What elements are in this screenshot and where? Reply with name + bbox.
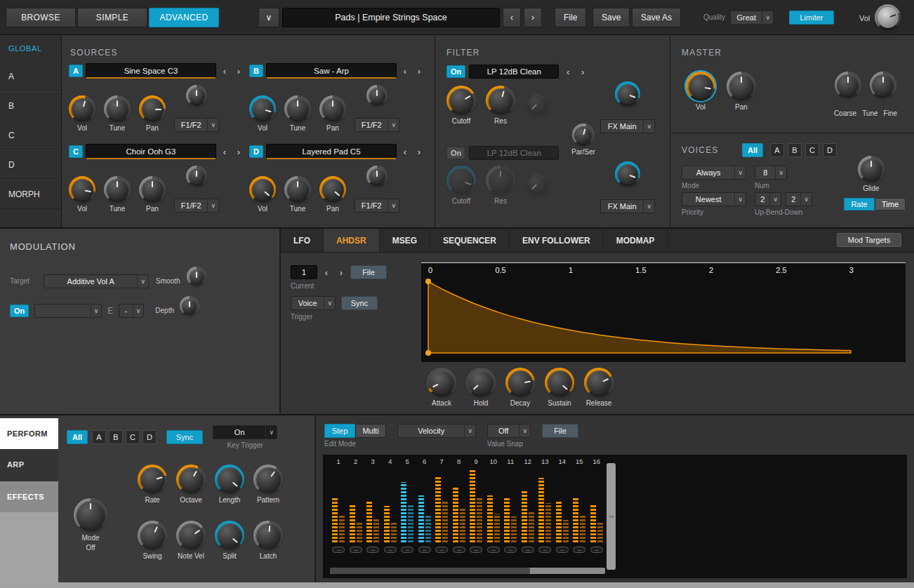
octave-knob[interactable]: Octave — [176, 465, 206, 504]
filter2-extra-knob[interactable] — [525, 172, 549, 205]
step-value-bar[interactable] — [487, 495, 493, 542]
parser-knob[interactable]: Par/Ser — [571, 123, 595, 156]
source-filter-routing-select[interactable]: F1/F2∨ — [355, 199, 399, 213]
next-source-icon[interactable]: › — [233, 145, 244, 159]
knob-ring[interactable] — [319, 176, 346, 203]
voices-group-button-b[interactable]: B — [788, 143, 802, 157]
knob-ring[interactable] — [215, 465, 244, 494]
preset-menu-button[interactable]: ∨ — [258, 8, 279, 27]
knob-ring[interactable] — [284, 176, 311, 203]
quality-select[interactable]: Great∨ — [730, 11, 774, 25]
step-bars[interactable] — [330, 467, 347, 542]
preset-next-button[interactable]: › — [524, 8, 542, 27]
knob-ring[interactable] — [176, 465, 206, 494]
knob-ring[interactable] — [427, 368, 456, 397]
step-bars[interactable] — [399, 467, 416, 542]
step-sub-bar[interactable] — [477, 497, 482, 542]
source-badge[interactable]: B — [249, 65, 263, 77]
vertical-scrollbar[interactable]: ‹ › — [607, 463, 616, 570]
step-value-bar[interactable] — [573, 497, 578, 542]
arp-group-button-c[interactable]: C — [126, 430, 140, 444]
coarse-tune-knob[interactable] — [835, 72, 861, 107]
voices-all-button[interactable]: All — [742, 143, 763, 157]
step-bars[interactable] — [485, 467, 503, 542]
knob-ring[interactable] — [525, 92, 549, 116]
source-filter-routing-select[interactable]: F1/F2∨ — [174, 199, 219, 213]
glide-rate-toggle[interactable]: Rate — [844, 198, 875, 211]
step-sub-bar[interactable] — [391, 522, 397, 542]
arp-sync-button[interactable]: Sync — [166, 430, 203, 444]
next-source-icon[interactable]: › — [233, 64, 244, 78]
mod-target-select[interactable]: Additive Vol A∨ — [44, 274, 149, 288]
step-loop-icon[interactable]: ↔ — [453, 547, 465, 553]
knob-ring[interactable] — [366, 85, 388, 106]
source-tune-knob[interactable]: Tune — [104, 95, 131, 132]
step-bars[interactable] — [347, 467, 365, 542]
step-value-bar[interactable] — [522, 491, 527, 542]
source-vol-knob[interactable]: Vol — [249, 95, 276, 132]
source-vol-knob[interactable]: Vol — [69, 176, 95, 213]
step-column[interactable]: 14↔ — [554, 457, 571, 553]
step-value-bar[interactable] — [590, 505, 596, 542]
step-column[interactable]: 8↔ — [451, 457, 468, 553]
step-sub-bar[interactable] — [580, 516, 585, 542]
step-loop-icon[interactable]: ↔ — [522, 547, 534, 553]
step-sub-bar[interactable] — [563, 520, 569, 542]
step-bars[interactable] — [588, 467, 606, 542]
next-source-icon[interactable]: › — [413, 145, 425, 159]
step-sub-bar[interactable] — [529, 512, 534, 542]
step-loop-icon[interactable]: ↔ — [487, 547, 500, 553]
arp-group-button-a[interactable]: A — [92, 430, 106, 444]
master-vol-knob[interactable]: Vol — [686, 72, 715, 111]
source-vol-knob[interactable]: Vol — [69, 95, 95, 132]
mod-e-button[interactable]: E — [107, 306, 113, 316]
voices-mode-select[interactable]: Always∨ — [682, 166, 746, 180]
envelope-number-field[interactable]: 1 — [291, 265, 317, 279]
step-value-bar[interactable] — [538, 478, 544, 542]
step-bars[interactable] — [468, 467, 485, 542]
view-button-browse[interactable]: BROWSE — [6, 8, 76, 27]
glide-time-toggle[interactable]: Time — [875, 198, 906, 211]
step-sub-bar[interactable] — [408, 505, 413, 542]
envelope-curve[interactable] — [421, 265, 903, 361]
step-value-bar[interactable] — [350, 505, 355, 542]
step-value-bar[interactable] — [556, 501, 562, 542]
step-sub-bar[interactable] — [339, 516, 345, 542]
voices-num-select[interactable]: 8∨ — [755, 166, 787, 180]
knob-ring[interactable] — [104, 95, 131, 122]
knob-ring[interactable] — [875, 4, 901, 30]
step-sub-bar[interactable] — [373, 518, 379, 542]
prev-source-icon[interactable]: ‹ — [399, 64, 411, 78]
view-button-advanced[interactable]: ADVANCED — [149, 8, 219, 27]
next-filter-icon[interactable]: › — [577, 65, 588, 79]
depth-knob[interactable] — [180, 296, 199, 325]
filter2-type-field[interactable]: LP 12dB Clean — [469, 146, 559, 160]
mod-on-button[interactable]: On — [10, 305, 29, 317]
knob-ring[interactable] — [366, 166, 388, 187]
knob-ring[interactable] — [870, 72, 896, 98]
preset-prev-button[interactable]: ‹ — [503, 8, 521, 27]
prev-source-icon[interactable]: ‹ — [219, 145, 230, 159]
rate-knob[interactable]: Rate — [138, 465, 167, 504]
source-tune-knob[interactable]: Tune — [104, 176, 131, 213]
knob-ring[interactable] — [176, 521, 206, 550]
mod-tab-sequencer[interactable]: SEQUENCER — [430, 229, 510, 252]
knob-ring[interactable] — [319, 95, 346, 122]
step-value-bar[interactable] — [366, 501, 372, 542]
voices-group-button-d[interactable]: D — [823, 143, 837, 157]
sequencer-param-select[interactable]: Velocity∨ — [397, 424, 476, 438]
step-loop-icon[interactable]: ↔ — [366, 547, 379, 553]
step-value-bar[interactable] — [332, 497, 338, 542]
filter1-type-field[interactable]: LP 12dB Clean — [469, 65, 559, 79]
step-column[interactable]: 5↔ — [399, 457, 416, 553]
swing-knob[interactable]: Swing — [138, 521, 167, 560]
next-envelope-icon[interactable]: › — [336, 265, 347, 279]
mod-source-select[interactable]: ∨ — [34, 304, 102, 318]
source-send-knob[interactable] — [366, 85, 388, 115]
voices-group-button-a[interactable]: A — [770, 143, 784, 157]
step-loop-icon[interactable]: ↔ — [401, 547, 413, 553]
mod-targets-button[interactable]: Mod Targets — [837, 233, 901, 247]
knob-ring[interactable] — [545, 368, 574, 397]
step-sub-bar[interactable] — [442, 501, 448, 542]
step-column[interactable]: 1↔ — [330, 457, 347, 553]
